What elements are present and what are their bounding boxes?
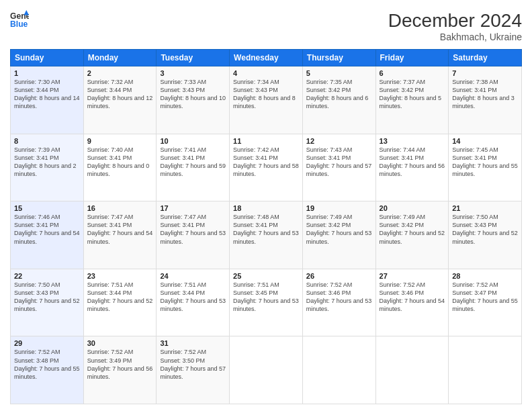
- calendar-day-cell: 13 Sunrise: 7:44 AMSunset: 3:41 PMDaylig…: [375, 134, 449, 201]
- day-detail: Sunrise: 7:39 AMSunset: 3:41 PMDaylight:…: [14, 146, 80, 179]
- day-detail: Sunrise: 7:52 AMSunset: 3:50 PMDaylight:…: [160, 348, 226, 381]
- calendar-day-cell: 6 Sunrise: 7:37 AMSunset: 3:42 PMDayligh…: [375, 66, 449, 134]
- weekday-header: Saturday: [449, 50, 522, 66]
- calendar-day-cell: 17 Sunrise: 7:47 AMSunset: 3:41 PMDaylig…: [157, 201, 230, 269]
- day-number: 4: [233, 69, 299, 77]
- page: General Blue December 2024 Bakhmach, Ukr…: [0, 0, 532, 411]
- day-number: 27: [380, 272, 445, 280]
- day-number: 28: [452, 272, 518, 280]
- day-number: 16: [87, 204, 153, 212]
- day-number: 5: [306, 69, 372, 77]
- day-detail: Sunrise: 7:32 AMSunset: 3:44 PMDaylight:…: [87, 78, 153, 111]
- calendar-day-cell: 27 Sunrise: 7:52 AMSunset: 3:46 PMDaylig…: [375, 269, 449, 336]
- calendar-day-cell: 15 Sunrise: 7:46 AMSunset: 3:41 PMDaylig…: [11, 201, 84, 269]
- calendar-week-row: 29 Sunrise: 7:52 AMSunset: 3:48 PMDaylig…: [11, 336, 522, 404]
- weekday-header: Thursday: [302, 50, 375, 66]
- day-number: 23: [87, 272, 153, 280]
- day-detail: Sunrise: 7:52 AMSunset: 3:49 PMDaylight:…: [87, 348, 153, 381]
- calendar-day-cell: 30 Sunrise: 7:52 AMSunset: 3:49 PMDaylig…: [83, 336, 157, 404]
- day-number: 7: [452, 69, 518, 77]
- day-detail: Sunrise: 7:51 AMSunset: 3:44 PMDaylight:…: [87, 281, 153, 314]
- weekday-header: Wednesday: [230, 50, 303, 66]
- svg-text:Blue: Blue: [10, 19, 28, 29]
- calendar-day-cell: 3 Sunrise: 7:33 AMSunset: 3:43 PMDayligh…: [157, 66, 230, 134]
- calendar-day-cell: 29 Sunrise: 7:52 AMSunset: 3:48 PMDaylig…: [11, 336, 84, 404]
- day-detail: Sunrise: 7:44 AMSunset: 3:41 PMDaylight:…: [380, 146, 445, 179]
- calendar-day-cell: 5 Sunrise: 7:35 AMSunset: 3:42 PMDayligh…: [302, 66, 375, 134]
- calendar-day-cell: 24 Sunrise: 7:51 AMSunset: 3:44 PMDaylig…: [157, 269, 230, 336]
- day-number: 25: [233, 272, 299, 280]
- day-detail: Sunrise: 7:43 AMSunset: 3:41 PMDaylight:…: [306, 146, 372, 179]
- subtitle: Bakhmach, Ukraine: [388, 32, 522, 42]
- day-number: 6: [380, 69, 445, 77]
- day-number: 14: [452, 137, 518, 145]
- day-number: 26: [306, 272, 372, 280]
- logo-icon: General Blue: [10, 10, 29, 29]
- calendar-day-cell: 22 Sunrise: 7:50 AMSunset: 3:43 PMDaylig…: [11, 269, 84, 336]
- day-number: 8: [14, 137, 80, 145]
- day-detail: Sunrise: 7:49 AMSunset: 3:42 PMDaylight:…: [306, 213, 372, 246]
- weekday-header: Tuesday: [157, 50, 230, 66]
- calendar-day-cell: [230, 336, 303, 404]
- day-detail: Sunrise: 7:52 AMSunset: 3:46 PMDaylight:…: [306, 281, 372, 314]
- calendar-day-cell: 12 Sunrise: 7:43 AMSunset: 3:41 PMDaylig…: [302, 134, 375, 201]
- calendar-table: SundayMondayTuesdayWednesdayThursdayFrid…: [10, 49, 522, 404]
- day-number: 21: [452, 204, 518, 212]
- day-detail: Sunrise: 7:52 AMSunset: 3:47 PMDaylight:…: [452, 281, 518, 314]
- weekday-header: Monday: [83, 50, 157, 66]
- calendar-day-cell: 4 Sunrise: 7:34 AMSunset: 3:43 PMDayligh…: [230, 66, 303, 134]
- calendar-day-cell: 20 Sunrise: 7:49 AMSunset: 3:42 PMDaylig…: [375, 201, 449, 269]
- day-number: 3: [160, 69, 226, 77]
- day-detail: Sunrise: 7:40 AMSunset: 3:41 PMDaylight:…: [87, 146, 153, 179]
- day-detail: Sunrise: 7:47 AMSunset: 3:41 PMDaylight:…: [160, 213, 226, 246]
- day-detail: Sunrise: 7:37 AMSunset: 3:42 PMDaylight:…: [380, 78, 445, 111]
- day-detail: Sunrise: 7:51 AMSunset: 3:44 PMDaylight:…: [160, 281, 226, 314]
- day-number: 31: [160, 339, 226, 347]
- weekday-header: Friday: [375, 50, 449, 66]
- calendar-day-cell: 19 Sunrise: 7:49 AMSunset: 3:42 PMDaylig…: [302, 201, 375, 269]
- day-detail: Sunrise: 7:33 AMSunset: 3:43 PMDaylight:…: [160, 78, 226, 111]
- calendar-day-cell: 31 Sunrise: 7:52 AMSunset: 3:50 PMDaylig…: [157, 336, 230, 404]
- day-detail: Sunrise: 7:38 AMSunset: 3:41 PMDaylight:…: [452, 78, 518, 111]
- calendar-day-cell: 18 Sunrise: 7:48 AMSunset: 3:41 PMDaylig…: [230, 201, 303, 269]
- header-row: SundayMondayTuesdayWednesdayThursdayFrid…: [11, 50, 522, 66]
- calendar-day-cell: 11 Sunrise: 7:42 AMSunset: 3:41 PMDaylig…: [230, 134, 303, 201]
- day-detail: Sunrise: 7:51 AMSunset: 3:45 PMDaylight:…: [233, 281, 299, 314]
- day-detail: Sunrise: 7:47 AMSunset: 3:41 PMDaylight:…: [87, 213, 153, 246]
- calendar-week-row: 8 Sunrise: 7:39 AMSunset: 3:41 PMDayligh…: [11, 134, 522, 201]
- day-detail: Sunrise: 7:52 AMSunset: 3:46 PMDaylight:…: [380, 281, 445, 314]
- day-detail: Sunrise: 7:35 AMSunset: 3:42 PMDaylight:…: [306, 78, 372, 111]
- day-detail: Sunrise: 7:52 AMSunset: 3:48 PMDaylight:…: [14, 348, 80, 381]
- calendar-day-cell: 28 Sunrise: 7:52 AMSunset: 3:47 PMDaylig…: [449, 269, 522, 336]
- calendar-day-cell: 14 Sunrise: 7:45 AMSunset: 3:41 PMDaylig…: [449, 134, 522, 201]
- day-number: 24: [160, 272, 226, 280]
- calendar-day-cell: 25 Sunrise: 7:51 AMSunset: 3:45 PMDaylig…: [230, 269, 303, 336]
- day-number: 1: [14, 69, 80, 77]
- day-number: 20: [380, 204, 445, 212]
- calendar-day-cell: 2 Sunrise: 7:32 AMSunset: 3:44 PMDayligh…: [83, 66, 157, 134]
- day-number: 10: [160, 137, 226, 145]
- calendar-week-row: 22 Sunrise: 7:50 AMSunset: 3:43 PMDaylig…: [11, 269, 522, 336]
- day-number: 9: [87, 137, 153, 145]
- day-detail: Sunrise: 7:42 AMSunset: 3:41 PMDaylight:…: [233, 146, 299, 179]
- day-number: 15: [14, 204, 80, 212]
- calendar-day-cell: 23 Sunrise: 7:51 AMSunset: 3:44 PMDaylig…: [83, 269, 157, 336]
- calendar-week-row: 1 Sunrise: 7:30 AMSunset: 3:44 PMDayligh…: [11, 66, 522, 134]
- calendar-day-cell: 16 Sunrise: 7:47 AMSunset: 3:41 PMDaylig…: [83, 201, 157, 269]
- main-title: December 2024: [388, 10, 522, 32]
- calendar-day-cell: 10 Sunrise: 7:41 AMSunset: 3:41 PMDaylig…: [157, 134, 230, 201]
- day-detail: Sunrise: 7:45 AMSunset: 3:41 PMDaylight:…: [452, 146, 518, 179]
- calendar-day-cell: [375, 336, 449, 404]
- day-detail: Sunrise: 7:49 AMSunset: 3:42 PMDaylight:…: [380, 213, 445, 246]
- calendar-day-cell: 8 Sunrise: 7:39 AMSunset: 3:41 PMDayligh…: [11, 134, 84, 201]
- calendar-day-cell: 7 Sunrise: 7:38 AMSunset: 3:41 PMDayligh…: [449, 66, 522, 134]
- title-block: December 2024 Bakhmach, Ukraine: [388, 10, 522, 42]
- logo: General Blue: [10, 10, 29, 29]
- calendar-day-cell: 1 Sunrise: 7:30 AMSunset: 3:44 PMDayligh…: [11, 66, 84, 134]
- calendar-day-cell: [302, 336, 375, 404]
- day-number: 29: [14, 339, 80, 347]
- day-detail: Sunrise: 7:50 AMSunset: 3:43 PMDaylight:…: [14, 281, 80, 314]
- calendar-day-cell: [449, 336, 522, 404]
- calendar-day-cell: 26 Sunrise: 7:52 AMSunset: 3:46 PMDaylig…: [302, 269, 375, 336]
- day-detail: Sunrise: 7:46 AMSunset: 3:41 PMDaylight:…: [14, 213, 80, 246]
